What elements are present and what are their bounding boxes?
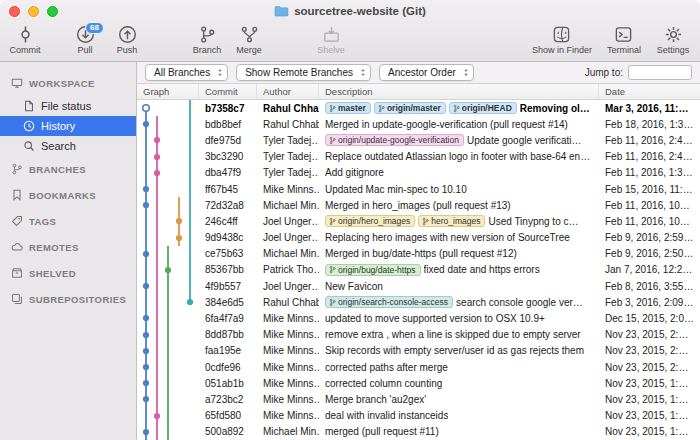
branch-filter-dropdown[interactable]: All Branches (145, 64, 228, 81)
commit-hash: 246c4ff (199, 216, 257, 227)
branch-mini-icon (329, 136, 336, 145)
table-row[interactable]: a723bc2Mike Minns…Merge branch 'au2gex'N… (137, 391, 700, 407)
sidebar-item-file-status[interactable]: File status (0, 96, 136, 116)
sidebar-item-search[interactable]: Search (0, 136, 136, 156)
pull-button[interactable]: 68Pull (68, 25, 102, 55)
branch-mini-icon (329, 217, 336, 226)
table-row[interactable]: faa195eMike Minns…Skip records with empt… (137, 343, 700, 359)
table-row[interactable]: b7358c7Rahul Chha…masterorigin/masterori… (137, 100, 700, 116)
subrepo-icon (11, 293, 23, 305)
table-row[interactable]: 85367bbPatrick Tho…origin/bug/date-https… (137, 262, 700, 278)
table-row[interactable]: 3bc3290Tyler Tadej…Replace outdated Atla… (137, 149, 700, 165)
toolbar-button-label: Shelve (317, 45, 345, 55)
show-in-finder-button[interactable]: Show in Finder (532, 25, 592, 55)
zoom-button[interactable] (47, 6, 58, 17)
push-icon (118, 25, 137, 44)
table-row[interactable]: 051ab1bMike Minns…corrected column count… (137, 375, 700, 391)
workspace-icon (11, 77, 23, 89)
commit-message: updated to move supported version to OSX… (325, 313, 545, 324)
graph-cell (137, 230, 199, 246)
window-chrome: sourcetree-website (Git) Commit68PullPus… (0, 0, 700, 62)
table-row[interactable]: 9d9438cJoel Unger…Replacing hero images … (137, 230, 700, 246)
commit-hash: 8dd87bb (199, 329, 257, 340)
graph-cell (137, 424, 199, 440)
column-header-commit[interactable]: Commit (199, 84, 257, 99)
sidebar-section-subrepositories[interactable]: SUBREPOSITORIES (0, 286, 136, 312)
sidebar-section-tags[interactable]: TAGS (0, 208, 136, 234)
jump-to-input[interactable] (628, 65, 692, 80)
branch-button[interactable]: Branch (190, 25, 224, 55)
graph-cell (137, 149, 199, 165)
author: Michael Min… (257, 200, 319, 211)
push-button[interactable]: Push (110, 25, 144, 55)
branch-badge: origin/master (374, 102, 446, 114)
sidebar-item-history[interactable]: History (0, 116, 136, 136)
section-label: SUBREPOSITORIES (29, 294, 126, 305)
table-row[interactable]: dba47f9Tyler Tadej…Add gitignoreFeb 11, … (137, 165, 700, 181)
sidebar-item-label: History (41, 120, 75, 132)
table-row[interactable]: 65fd580Mike Minns…deal with invalid inst… (137, 408, 700, 424)
date: Dec 15, 2015, 2:0… (599, 313, 700, 324)
date: Mar 3, 2016, 11:… (599, 103, 700, 114)
column-header-description[interactable]: Description (319, 84, 599, 99)
table-row[interactable]: ce75b63Michael Min…Merged in bug/date-ht… (137, 246, 700, 262)
table-row[interactable]: 246c4ffJoel Unger…origin/hero_imageshero… (137, 213, 700, 229)
terminal-icon (614, 25, 633, 44)
section-label: SHELVED (29, 268, 76, 279)
commit-message: Add gitignore (325, 167, 384, 178)
bookmark-icon (11, 189, 23, 201)
close-button[interactable] (9, 6, 20, 17)
table-row[interactable]: 6fa4f7a9Mike Minns…updated to move suppo… (137, 310, 700, 326)
commit-hash: 85367bb (199, 264, 257, 275)
column-header-author[interactable]: Author (257, 84, 319, 99)
commit-hash: a723bc2 (199, 394, 257, 405)
branch-badge: hero_images (418, 215, 485, 227)
author: Patrick Tho… (257, 264, 319, 275)
author: Tyler Tadej… (257, 151, 319, 162)
branch-badge: origin/HEAD (449, 102, 517, 114)
author: Rahul Chha… (257, 103, 319, 114)
commit-message: deal with invalid instanceids (325, 410, 448, 421)
table-row[interactable]: bdb8befRahul Chhab…Merged in update-goog… (137, 116, 700, 132)
sidebar-section-remotes[interactable]: REMOTES (0, 234, 136, 260)
dropdown-value: Ancestor Order (388, 67, 456, 78)
author: Joel Unger… (257, 216, 319, 227)
table-row[interactable]: 4f9b557Joel Unger…New FaviconFeb 8, 2016… (137, 278, 700, 294)
folder-icon (274, 5, 289, 17)
commit-message: New Favicon (325, 281, 383, 292)
date: Nov 23, 2015, 2:… (599, 345, 700, 356)
table-row[interactable]: 72d32a8Michael Min…Merged in hero_images… (137, 197, 700, 213)
commit-button[interactable]: Commit (8, 25, 42, 55)
settings-button[interactable]: Settings (656, 25, 690, 55)
table-row[interactable]: dfe975dTyler Tadej…origin/update-google-… (137, 132, 700, 148)
sort-order-dropdown[interactable]: Ancestor Order (379, 64, 474, 81)
merge-button[interactable]: Merge (232, 25, 266, 55)
window-title-text: sourcetree-website (Git) (294, 5, 426, 17)
description: Merged in update-google-verification (pu… (319, 119, 599, 130)
search-icon (23, 140, 35, 152)
section-label: BOOKMARKS (29, 190, 96, 201)
column-header-date[interactable]: Date (599, 84, 700, 99)
graph-cell (137, 375, 199, 391)
author: Rahul Chhab… (257, 119, 319, 130)
commit-hash: ce75b63 (199, 248, 257, 259)
sidebar-section-branches[interactable]: BRANCHES (0, 156, 136, 182)
sidebar-item-label: File status (41, 100, 91, 112)
sidebar-section-workspace[interactable]: WORKSPACE (0, 70, 136, 96)
sidebar-section-bookmarks[interactable]: BOOKMARKS (0, 182, 136, 208)
table-row[interactable]: 0cdfe96Mike Minns…corrected paths after … (137, 359, 700, 375)
terminal-button[interactable]: Terminal (607, 25, 641, 55)
table-row[interactable]: ff67b45Mike Minns…Updated Mac min-spec t… (137, 181, 700, 197)
graph-cell (137, 262, 199, 278)
commit-hash: dfe975d (199, 135, 257, 146)
table-row[interactable]: 500a892Michael Min…merged (pull request … (137, 424, 700, 440)
sidebar-section-shelved[interactable]: SHELVED (0, 260, 136, 286)
date: Feb 11, 2016, 10… (599, 216, 700, 227)
table-row[interactable]: 8dd87bbMike Minns…remove extra , when a … (137, 327, 700, 343)
minimize-button[interactable] (28, 6, 39, 17)
table-row[interactable]: 384e6d5Rahul Chhab…origin/search-console… (137, 294, 700, 310)
commit-list: b7358c7Rahul Chha…masterorigin/masterori… (137, 100, 700, 440)
remote-branches-dropdown[interactable]: Show Remote Branches (236, 64, 371, 81)
date: Feb 9, 2016, 2:59… (599, 232, 700, 243)
column-header-graph[interactable]: Graph (137, 84, 199, 99)
